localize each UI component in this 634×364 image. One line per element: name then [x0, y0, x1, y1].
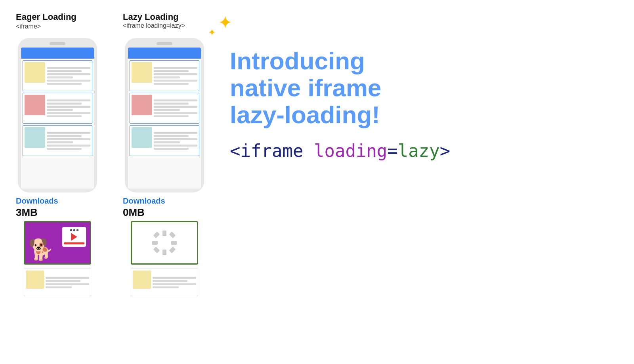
- card-image-teal-lazy: [132, 127, 152, 148]
- card-line: [154, 67, 197, 69]
- video-icon-box: [62, 227, 86, 247]
- card-line: [46, 286, 72, 288]
- eager-downloads-label: Downloads: [16, 196, 58, 206]
- eager-downloads-info: Downloads 3MB: [16, 196, 99, 219]
- below-iframe-card-lazy: [131, 269, 198, 296]
- phone-notch: [157, 42, 172, 45]
- card-line: [154, 148, 189, 150]
- card-image-red-lazy: [132, 95, 152, 115]
- svg-rect-6: [162, 250, 166, 255]
- lazy-iframe-preview: [131, 221, 198, 265]
- svg-rect-2: [162, 231, 166, 236]
- intro-line1: Introducing: [230, 48, 618, 74]
- play-button: [71, 233, 77, 241]
- card-line: [47, 99, 90, 101]
- code-loading-attr: loading: [314, 141, 387, 161]
- card-line: [154, 135, 189, 137]
- screen-content-lazy: [128, 59, 201, 189]
- card-line: [46, 283, 89, 285]
- svg-rect-7: [153, 247, 160, 253]
- svg-rect-8: [152, 241, 158, 245]
- card-line: [154, 80, 197, 82]
- code-equals: =: [387, 141, 398, 161]
- card-image-yellow-lazy: [132, 62, 152, 83]
- lazy-code: <iframe loading=lazy>: [123, 22, 206, 29]
- lazy-downloads-label: Downloads: [123, 196, 165, 206]
- card-line: [153, 283, 196, 285]
- card-line: [154, 73, 197, 75]
- svg-text:✦: ✦: [208, 27, 216, 36]
- card-line: [154, 76, 180, 78]
- card-line: [47, 145, 90, 147]
- card-line: [154, 83, 189, 85]
- card-image-yellow-small: [26, 271, 44, 289]
- card-line: [154, 138, 197, 140]
- card-line: [154, 103, 189, 105]
- card-line: [154, 132, 197, 134]
- video-bar: [64, 242, 84, 244]
- lazy-phone-frame: [125, 38, 204, 192]
- eager-iframe-preview: 🐕: [24, 221, 91, 265]
- eager-phone-frame: [18, 38, 97, 192]
- card-line: [154, 99, 197, 101]
- content-card-lazy-3: [130, 125, 199, 156]
- lazy-downloads-size: 0MB: [123, 206, 145, 219]
- card-lines: [154, 127, 197, 154]
- card-line: [47, 103, 82, 105]
- card-lines: [47, 127, 90, 154]
- intro-line3: lazy-loading!: [230, 101, 618, 128]
- lazy-downloads-info: Downloads 0MB: [123, 196, 206, 219]
- card-line: [47, 141, 73, 143]
- eager-downloads-size: 3MB: [16, 206, 38, 219]
- sparkle-icon: ✦ ✦: [206, 8, 234, 37]
- screen-content: [21, 59, 94, 189]
- code-lazy-value: lazy: [398, 141, 440, 161]
- card-lines-small: [46, 271, 89, 294]
- card-line: [46, 277, 89, 279]
- card-line: [47, 83, 82, 85]
- video-dot: [76, 229, 78, 231]
- content-card-2: [23, 93, 92, 124]
- card-line: [47, 106, 90, 108]
- card-line: [47, 67, 90, 69]
- eager-code: <iframe>: [16, 23, 99, 30]
- content-card-lazy-1: [130, 60, 199, 91]
- eager-phone-screen: [21, 48, 94, 189]
- card-line: [47, 80, 90, 82]
- video-dot: [73, 229, 75, 231]
- card-line: [47, 76, 73, 78]
- card-line: [154, 115, 189, 117]
- screen-header: [21, 48, 94, 59]
- card-line: [47, 112, 90, 114]
- content-card-1: [23, 60, 92, 91]
- card-line: [47, 115, 82, 117]
- card-lines-small-lazy: [153, 271, 196, 294]
- card-line: [154, 112, 197, 114]
- svg-rect-5: [169, 247, 176, 253]
- screen-header-lazy: [128, 48, 201, 59]
- card-line: [47, 135, 82, 137]
- video-dot: [70, 229, 72, 231]
- loading-spinner-icon: [151, 229, 178, 257]
- card-image-yellow: [25, 62, 45, 83]
- video-dots: [70, 229, 78, 231]
- card-line: [47, 109, 73, 111]
- eager-phone-column: Downloads 3MB 🐕: [16, 38, 99, 296]
- card-line: [47, 73, 90, 75]
- card-lines: [154, 95, 197, 122]
- svg-text:✦: ✦: [218, 13, 233, 32]
- card-line: [153, 277, 196, 279]
- card-image-teal: [25, 127, 45, 148]
- card-line: [154, 106, 197, 108]
- code-bracket-open: <iframe: [230, 141, 314, 161]
- card-line: [153, 280, 187, 282]
- dog-icon: 🐕: [28, 238, 54, 262]
- intro-text: Introducing native iframe lazy-loading!: [230, 48, 618, 129]
- lazy-phone-column: Downloads 0MB: [123, 38, 206, 296]
- card-image-yellow-small-lazy: [133, 271, 151, 289]
- content-card-lazy-2: [130, 93, 199, 124]
- svg-rect-3: [169, 232, 176, 238]
- card-line: [47, 132, 90, 134]
- card-line: [47, 138, 90, 140]
- card-line: [47, 148, 82, 150]
